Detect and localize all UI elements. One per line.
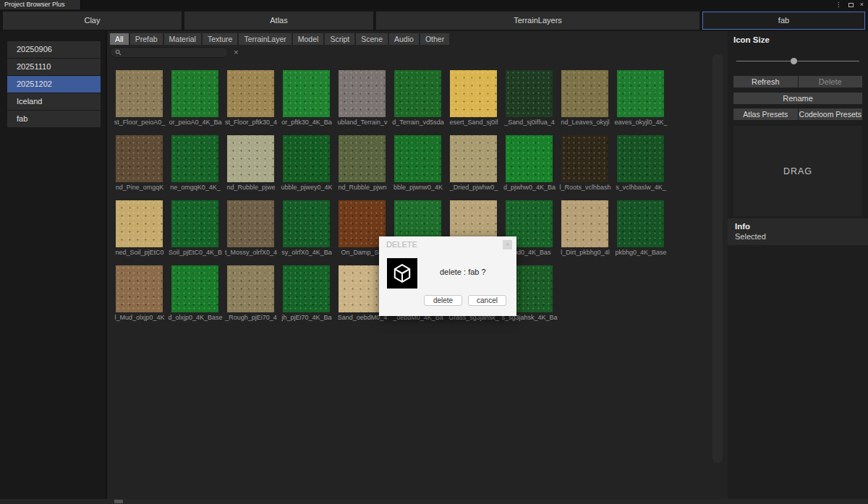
top-tab-fab[interactable]: fab — [702, 12, 865, 30]
asset-cell: d_Terrain_vd5sda — [394, 70, 441, 127]
asset-label: t_Mossy_olrfX0_4 — [223, 249, 279, 257]
sidebar-item-iceland[interactable]: Iceland — [7, 93, 101, 110]
asset-thumbnail[interactable] — [339, 135, 386, 182]
delete-dialog: DELETE × delete : fab ? delete cancel — [379, 236, 516, 316]
asset-thumbnail[interactable] — [171, 200, 218, 247]
filter-tab-script[interactable]: Script — [325, 33, 354, 45]
filter-tab-all[interactable]: All — [110, 33, 129, 45]
cancel-button[interactable]: cancel — [468, 295, 506, 306]
asset-cell: t_Mossy_olrfX0_4 — [227, 200, 274, 257]
asset-label: l_Mud_olxjp0_4K — [111, 314, 168, 322]
asset-cell: l_Mud_olxjp0_4K — [116, 265, 163, 322]
asset-cell: or_peioA0_4K_Ba — [171, 70, 218, 127]
codeloom-presets-button[interactable]: Codeloom Presets — [799, 108, 863, 120]
dialog-close-icon[interactable]: × — [503, 240, 512, 249]
top-tab-atlas[interactable]: Atlas — [184, 12, 373, 30]
asset-cell: pkbhg0_4K_Base — [617, 200, 664, 257]
asset-thumbnail[interactable] — [506, 70, 553, 117]
asset-thumbnail[interactable] — [171, 135, 218, 182]
icon-size-slider[interactable] — [736, 58, 859, 64]
asset-thumbnail[interactable] — [450, 135, 497, 182]
asset-thumbnail[interactable] — [116, 135, 163, 182]
asset-thumbnail[interactable] — [450, 70, 497, 117]
confirm-delete-button[interactable]: delete — [424, 295, 462, 306]
close-icon[interactable]: × — [860, 0, 864, 9]
sidebar-item-20250906[interactable]: 20250906 — [7, 41, 101, 58]
asset-thumbnail[interactable] — [227, 135, 274, 182]
search-icon — [115, 49, 122, 56]
asset-thumbnail[interactable] — [561, 70, 608, 117]
search-row: × — [110, 47, 728, 58]
sidebar-item-fab[interactable]: fab — [7, 111, 101, 127]
asset-thumbnail[interactable] — [227, 265, 274, 312]
asset-thumbnail[interactable] — [227, 70, 274, 117]
asset-thumbnail[interactable] — [394, 70, 441, 117]
asset-cell: l_Roots_vclhbash — [561, 135, 608, 192]
info-panel: Info Selected — [728, 218, 868, 245]
asset-thumbnail[interactable] — [339, 70, 386, 117]
search-clear-icon[interactable]: × — [234, 48, 238, 56]
asset-cell: bble_pjwnw0_4K — [394, 135, 441, 192]
asset-label: _Sand_sj0iffua_4 — [501, 119, 558, 127]
asset-thumbnail[interactable] — [283, 265, 330, 312]
asset-cell: st_Floor_pftk30_4 — [227, 70, 274, 127]
atlas-presets-button[interactable]: Atlas Presets — [733, 108, 798, 120]
asset-thumbnail[interactable] — [561, 135, 608, 182]
unity-cube-icon — [387, 258, 417, 289]
asset-cell: l_Dirt_pkbhg0_4l — [561, 200, 608, 257]
asset-thumbnail[interactable] — [116, 265, 163, 312]
rename-button[interactable]: Rename — [733, 93, 862, 104]
asset-label: ubland_Terrain_v — [334, 119, 391, 127]
asset-cell: ned_Soil_pjEtC0 — [116, 200, 163, 257]
filter-tab-material[interactable]: Material — [164, 33, 201, 45]
asset-thumbnail[interactable] — [561, 200, 608, 247]
search-input[interactable] — [124, 48, 224, 56]
asset-thumbnail[interactable] — [617, 70, 664, 117]
asset-thumbnail[interactable] — [506, 135, 553, 182]
asset-cell: esert_Sand_sj0if — [450, 70, 497, 127]
icon-size-label: Icon Size — [733, 35, 862, 44]
top-tab-terrainlayers[interactable]: TerrainLayers — [376, 12, 699, 30]
delete-button[interactable]: Delete — [799, 76, 863, 87]
filter-tab-audio[interactable]: Audio — [389, 33, 419, 45]
asset-thumbnail[interactable] — [617, 200, 664, 247]
asset-cell: eaves_okyjl0_4K_ — [617, 70, 664, 127]
asset-cell: jh_pjEi70_4K_Ba — [283, 265, 330, 322]
asset-thumbnail[interactable] — [283, 70, 330, 117]
window-title-tab[interactable]: Project Browser Plus — [0, 0, 81, 9]
asset-thumbnail[interactable] — [116, 200, 163, 247]
filter-tab-texture[interactable]: Texture — [203, 33, 237, 45]
sidebar-item-20251110[interactable]: 20251110 — [7, 59, 101, 75]
asset-thumbnail[interactable] — [171, 265, 218, 312]
filter-tab-other[interactable]: Other — [420, 33, 449, 45]
filter-tab-terrainlayer[interactable]: TerrainLayer — [239, 33, 291, 45]
asset-label: sy_olrfX0_4K_Ba — [278, 249, 335, 257]
filter-tab-model[interactable]: Model — [293, 33, 324, 45]
maximize-icon[interactable] — [848, 3, 854, 7]
asset-thumbnail[interactable] — [227, 200, 274, 247]
filter-tab-prefab[interactable]: Prefab — [130, 33, 163, 45]
vertical-scrollbar[interactable] — [712, 54, 723, 463]
asset-label: st_Floor_pftk30_4 — [223, 119, 279, 127]
asset-thumbnail[interactable] — [283, 135, 330, 182]
asset-label: or_peioA0_4K_Ba — [167, 119, 224, 127]
selected-label: Selected — [735, 232, 868, 241]
asset-cell: s_vclhbaslw_4K_ — [617, 135, 664, 192]
top-tab-clay[interactable]: Clay — [3, 12, 182, 30]
drag-drop-area[interactable]: DRAG — [733, 126, 862, 216]
slider-thumb[interactable] — [791, 58, 797, 64]
horizontal-scrollbar-thumb[interactable] — [114, 500, 123, 503]
asset-label: ne_omgqK0_4K_ — [167, 184, 224, 192]
kebab-menu-icon[interactable]: ⋮ — [835, 0, 842, 9]
asset-thumbnail[interactable] — [617, 135, 664, 182]
asset-thumbnail[interactable] — [394, 135, 441, 182]
asset-thumbnail[interactable] — [171, 70, 218, 117]
filter-tab-scene[interactable]: Scene — [356, 33, 388, 45]
asset-cell: nd_Rubble_pjwn — [339, 135, 386, 192]
horizontal-scrollbar[interactable] — [0, 499, 868, 504]
asset-cell: ubble_pjwey0_4K — [283, 135, 330, 192]
asset-thumbnail[interactable] — [283, 200, 330, 247]
sidebar-item-20251202[interactable]: 20251202 — [7, 76, 101, 93]
refresh-button[interactable]: Refresh — [733, 76, 798, 87]
asset-thumbnail[interactable] — [116, 70, 163, 117]
